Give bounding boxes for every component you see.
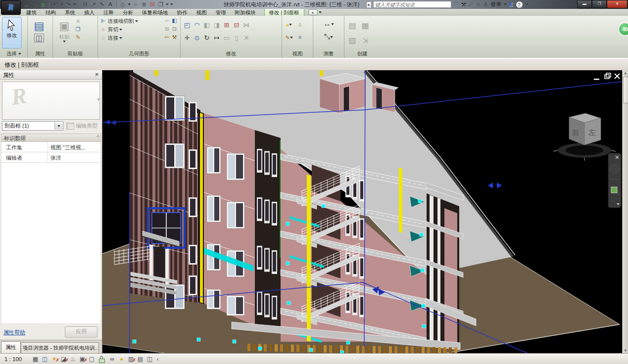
row-value[interactable]: 视图 "三维视... [48,142,86,152]
lightbulb-button[interactable] [286,20,292,29]
property-row[interactable]: 工作集 视图 "三维视... [1,142,101,152]
tab-properties-palette[interactable]: 属性 [1,341,21,353]
close-palette-icon[interactable]: ✕ [95,72,99,77]
scroll-up-icon[interactable]: ▲ [624,71,627,75]
switch-windows-icon[interactable] [157,0,164,8]
identity-data-group[interactable]: 标识数据^ [1,134,101,142]
tab-massing-site[interactable]: 体量和场地 [138,9,173,16]
wall-joins-icon[interactable] [171,17,178,26]
search-binoculars-icon[interactable] [453,1,459,8]
communication-icon[interactable] [469,1,474,8]
sun-path-icon[interactable] [50,355,58,363]
section-icon[interactable] [132,0,139,8]
save-icon[interactable] [31,0,38,8]
signin-icon[interactable] [483,1,488,8]
signin-caret-icon[interactable] [504,3,507,5]
match-type-icon[interactable] [74,34,82,41]
tab-analyze[interactable]: 分析 [118,9,138,16]
tab-modify-section-box[interactable]: 修改 | 剖面框 [264,8,304,16]
tab-manage[interactable]: 管理 [211,9,231,16]
undo-caret-icon[interactable] [60,3,63,5]
status-expand-icon[interactable]: ‹ [157,356,159,362]
tab-collaborate[interactable]: 协作 [173,9,192,16]
pin-icon[interactable] [223,35,231,41]
type-selector[interactable]: 剖面框 (1) [2,121,63,131]
mirror-axis-icon[interactable] [203,22,211,28]
rotate-icon[interactable] [203,35,211,41]
tab-structure[interactable]: 结构 [41,9,60,16]
crop-view-icon[interactable] [78,355,87,363]
unlocked-view-icon[interactable] [99,359,105,363]
collapse-group-icon[interactable]: ^ [97,135,98,139]
override-graphics-icon[interactable] [296,34,304,41]
section-box-grip[interactable] [322,204,325,208]
title-next-icon[interactable]: ▸ [366,1,372,8]
help-caret-icon[interactable] [526,3,529,5]
text-icon[interactable]: A [107,0,114,8]
create-group-icon[interactable] [349,22,356,29]
switch-caret-icon[interactable] [166,3,169,5]
property-row[interactable]: 编辑者 张洋 [1,152,101,163]
close-hidden-windows-icon[interactable] [149,0,156,8]
hammer-icon[interactable] [171,34,178,43]
ribbon-collapse[interactable]: ▴ [308,9,322,15]
detail-level-icon[interactable] [31,355,40,363]
array-icon[interactable] [233,35,241,41]
section-box-grip[interactable] [233,340,236,343]
delete-icon[interactable] [243,35,250,41]
tag-icon[interactable] [98,0,105,8]
create-assembly-icon[interactable] [362,22,369,29]
favorites-icon[interactable] [476,1,481,8]
section-box-grip[interactable] [286,262,290,265]
paint-icon[interactable] [163,34,171,43]
section-box-grip[interactable] [421,269,424,272]
restore-button[interactable]: ❐ [592,0,607,8]
beam-copy-icon[interactable] [163,17,171,26]
section-box-grip[interactable] [286,222,290,226]
trim-extend-icon[interactable] [213,35,221,41]
edit-type-button[interactable]: 编辑类型 [66,122,97,130]
scroll-down-icon[interactable]: ▼ [624,349,627,352]
measure-length-button[interactable] [324,19,334,28]
redo-icon[interactable] [65,0,72,8]
tab-addins[interactable]: 附加模块 [231,9,260,16]
row-value[interactable]: 张洋 [48,152,61,162]
help-icon[interactable]: ? [516,1,523,8]
scale-control[interactable]: 1 : 100 [4,356,30,362]
measure-icon[interactable] [82,0,89,8]
split-face-icon[interactable] [171,26,178,34]
shadows-icon[interactable] [59,355,68,363]
exchange-apps-icon[interactable]: X [509,1,513,8]
create-similar-icon[interactable] [362,37,369,44]
application-menu-button[interactable]: R [1,0,21,15]
search-input[interactable] [373,1,451,8]
section-box-grip[interactable] [422,324,426,328]
panel-select-label[interactable]: 选择 [0,50,27,57]
paste-button[interactable]: 粘贴 [54,17,74,48]
scroll-thumb[interactable] [623,77,628,103]
properties-help-link[interactable]: 属性帮助 [3,329,25,336]
offset-icon[interactable] [193,22,201,28]
show-hidden-icon[interactable] [296,21,304,28]
reveal-hidden-elements-icon[interactable] [117,355,126,363]
linework-button[interactable] [285,33,292,42]
tab-architecture[interactable]: 建筑 [22,9,41,16]
view-caret-icon[interactable] [128,3,131,5]
notification-badge[interactable]: 40 [618,22,628,36]
properties-button[interactable] [29,17,49,48]
type-selector-caret-icon[interactable] [54,122,62,130]
type-properties-icon[interactable] [34,34,44,43]
render-dialog-icon[interactable] [69,355,77,363]
modify-tool-button[interactable]: 修改 [2,17,22,48]
analytical-model-icon[interactable] [136,355,145,363]
split-icon[interactable] [223,22,231,28]
ribbon-collapse-caret-icon[interactable] [319,11,322,13]
move-icon[interactable] [184,35,191,41]
tab-annotate[interactable]: 注释 [99,9,118,16]
model-viewport[interactable]: 前左 [102,70,622,353]
preview-caret-icon[interactable]: ▾ [97,97,99,102]
undo-icon[interactable] [52,0,59,8]
thin-lines-icon[interactable] [141,0,147,8]
section-box-grip[interactable] [133,340,136,343]
sync-icon[interactable] [40,0,47,8]
